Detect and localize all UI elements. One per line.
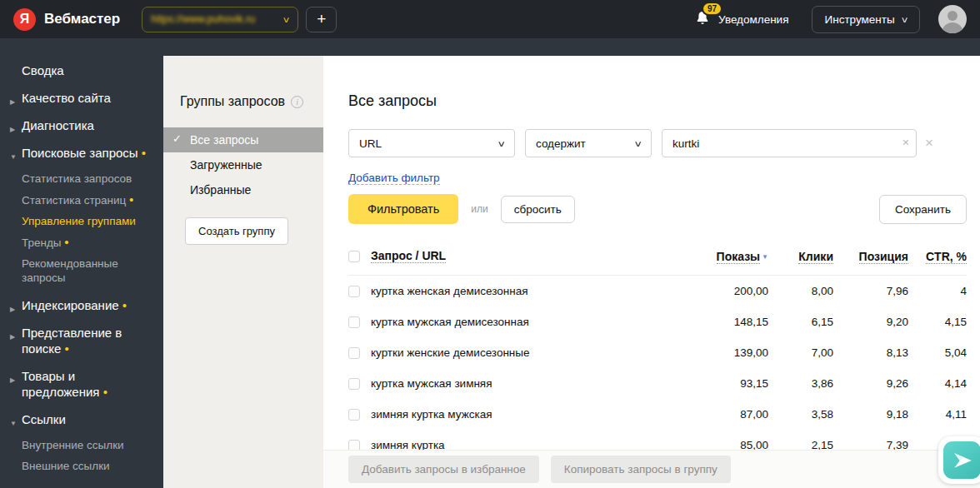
- page-title: Все запросы: [348, 92, 967, 110]
- clear-input-icon[interactable]: ×: [902, 136, 909, 149]
- sidebar-subitem-label: Управление группами: [22, 215, 136, 227]
- filter-field-select[interactable]: URL ∨: [348, 129, 515, 157]
- sidebar-subitem-page-stats[interactable]: Статистика страниц •: [0, 189, 163, 211]
- sidebar-item-search-appearance[interactable]: ▶ Представление в поиске •: [0, 319, 163, 362]
- chat-widget[interactable]: [938, 436, 980, 484]
- row-checkbox[interactable]: [348, 409, 360, 421]
- filter-condition-value: содержит: [536, 137, 586, 150]
- chevron-right-icon: ▶: [10, 372, 15, 388]
- group-item-uploaded[interactable]: Загруженные: [163, 152, 323, 177]
- add-to-favorites-button[interactable]: Добавить запросы в избранное: [348, 456, 539, 483]
- ctr-value: 4: [908, 285, 967, 297]
- sidebar-item-site-quality[interactable]: ▶ Качество сайта: [0, 84, 163, 112]
- main-sidebar: Сводка ▶ Качество сайта ▶ Диагностика ▼ …: [0, 38, 163, 488]
- groups-title-label: Группы запросов: [180, 94, 285, 109]
- table-row: куртка мужская демисезонная 148,15 6,15 …: [348, 306, 967, 337]
- position-value: 9,20: [833, 316, 908, 328]
- position-value: 9,18: [833, 408, 908, 421]
- remove-filter-icon[interactable]: ×: [925, 135, 933, 152]
- row-checkbox[interactable]: [348, 286, 360, 297]
- site-selector-dropdown[interactable]: https://www.puhovik.ru ∨: [142, 7, 298, 32]
- group-item-label: Избранные: [190, 183, 251, 197]
- select-all-checkbox[interactable]: [348, 251, 360, 262]
- row-checkbox[interactable]: [348, 347, 360, 359]
- person-icon: [938, 5, 967, 33]
- ctr-value: 5,04: [908, 346, 967, 359]
- shows-value: 200,00: [692, 285, 768, 297]
- queries-table: Запрос / URL Показы▼ Клики Позиция CTR, …: [348, 244, 967, 461]
- column-header-query[interactable]: Запрос / URL: [371, 249, 446, 263]
- info-icon[interactable]: i: [291, 96, 303, 108]
- query-text: куртка мужская зимняя: [371, 377, 492, 390]
- notifications-count-badge: 97: [702, 2, 722, 16]
- sidebar-item-goods-offers[interactable]: ▶ Товары и предложения •: [0, 362, 163, 406]
- query-text: куртки женские демисезонные: [371, 346, 530, 359]
- row-checkbox[interactable]: [348, 378, 360, 390]
- sidebar-item-search-queries[interactable]: ▼ Поисковые запросы •: [0, 139, 163, 167]
- chevron-down-icon: ∨: [900, 15, 908, 24]
- notifications-bell[interactable]: 97: [694, 9, 711, 30]
- update-dot: •: [129, 192, 133, 207]
- update-dot: •: [65, 341, 69, 356]
- chat-send-icon: [943, 441, 980, 479]
- sidebar-item-diagnostics[interactable]: ▶ Диагностика: [0, 112, 163, 139]
- table-row: куртки женские демисезонные 139,00 7,00 …: [348, 337, 967, 368]
- sidebar-subitem-recommended-queries[interactable]: Рекомендованные запросы: [0, 253, 163, 288]
- sidebar-subitem-internal-links[interactable]: Внутренние ссылки: [0, 435, 163, 456]
- position-value: 7,96: [833, 285, 908, 297]
- sidebar-item-label: Поисковые запросы: [22, 146, 138, 160]
- copy-to-group-button[interactable]: Копировать запросы в группу: [551, 456, 731, 483]
- sidebar-item-label: Качество сайта: [22, 91, 111, 105]
- create-group-button[interactable]: Создать группу: [185, 217, 288, 245]
- chevron-down-icon: ∨: [282, 15, 290, 24]
- column-header-ctr[interactable]: CTR, %: [926, 250, 967, 264]
- yandex-logo-icon[interactable]: Я: [13, 8, 36, 31]
- filter-field-value: URL: [359, 137, 382, 150]
- column-header-shows[interactable]: Показы: [717, 250, 761, 264]
- sidebar-item-indexing[interactable]: ▶ Индексирование •: [0, 291, 163, 319]
- sidebar-item-summary[interactable]: Сводка: [0, 57, 163, 84]
- filter-row: URL ∨ содержит ∨ × ×: [348, 129, 967, 157]
- filter-value-input[interactable]: [662, 129, 917, 157]
- clicks-value: 3,58: [768, 408, 833, 421]
- sidebar-item-label: Индексирование: [22, 298, 119, 312]
- user-avatar[interactable]: [938, 5, 967, 33]
- links-submenu: Внутренние ссылки Внешние ссылки: [0, 433, 163, 480]
- sidebar-item-turbo-content-sites[interactable]: ▶ Турбо-страницы для контентных сайтов •: [0, 480, 163, 488]
- row-checkbox[interactable]: [348, 316, 360, 328]
- ctr-value: 4,11: [908, 408, 967, 421]
- column-header-clicks[interactable]: Клики: [798, 250, 833, 264]
- shows-value: 148,15: [692, 316, 768, 328]
- filter-condition-select[interactable]: содержит ∨: [525, 129, 652, 157]
- reset-filter-button[interactable]: сбросить: [501, 196, 575, 223]
- app-title[interactable]: Вебмастер: [44, 11, 120, 27]
- sidebar-subitem-group-management[interactable]: Управление группами: [0, 211, 163, 232]
- clicks-value: 3,86: [768, 377, 833, 390]
- clicks-value: 6,15: [768, 316, 833, 328]
- save-filter-button[interactable]: Сохранить: [879, 195, 967, 224]
- sidebar-item-label: Представление в поиске: [22, 326, 122, 356]
- sidebar-subitem-external-links[interactable]: Внешние ссылки: [0, 456, 163, 476]
- chevron-right-icon: ▶: [10, 94, 15, 110]
- group-item-favorites[interactable]: Избранные: [163, 177, 323, 202]
- column-header-position[interactable]: Позиция: [859, 250, 908, 264]
- sidebar-item-links[interactable]: ▼ Ссылки: [0, 406, 163, 433]
- apply-filter-button[interactable]: Фильтровать: [348, 194, 458, 224]
- shows-value: 87,00: [692, 408, 768, 421]
- add-site-button[interactable]: +: [306, 7, 337, 32]
- table-header-row: Запрос / URL Показы▼ Клики Позиция CTR, …: [348, 244, 967, 275]
- filter-actions-row: Фильтровать или сбросить Сохранить: [348, 194, 967, 224]
- query-groups-panel: Группы запросов i ✓ Все запросы Загружен…: [163, 56, 323, 488]
- notifications-label[interactable]: Уведомления: [718, 13, 788, 26]
- add-filter-link[interactable]: Добавить фильтр: [348, 172, 440, 185]
- tools-dropdown-button[interactable]: Инструменты ∨: [812, 6, 920, 33]
- chevron-down-icon: ∨: [633, 139, 642, 148]
- sidebar-subitem-label: Тренды: [22, 237, 62, 249]
- group-item-all-queries[interactable]: ✓ Все запросы: [163, 127, 323, 152]
- groups-list: ✓ Все запросы Загруженные Избранные: [163, 127, 323, 202]
- update-dot: •: [64, 235, 68, 249]
- sidebar-subitem-query-stats[interactable]: Статистика запросов: [0, 168, 163, 189]
- sidebar-subitem-trends[interactable]: Тренды •: [0, 232, 163, 253]
- sidebar-subitem-label: Внешние ссылки: [22, 460, 110, 472]
- chevron-down-icon: ▼: [10, 416, 17, 431]
